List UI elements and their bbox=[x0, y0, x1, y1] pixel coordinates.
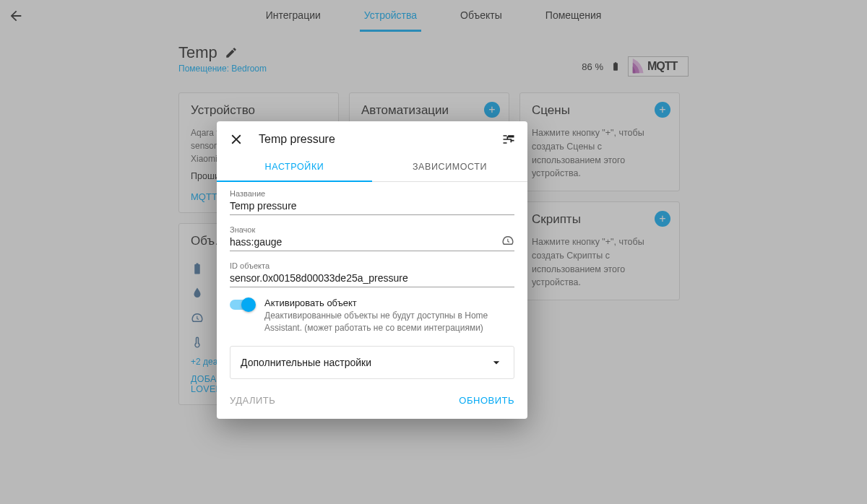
field-entity-id[interactable]: ID объекта sensor.0x00158d00033de25a_pre… bbox=[230, 261, 514, 287]
enable-toggle-row: Активировать объект Деактивированные объ… bbox=[230, 297, 514, 334]
chevron-down-icon bbox=[489, 355, 504, 370]
field-name-label: Название bbox=[230, 189, 514, 198]
tune-button[interactable] bbox=[501, 132, 516, 147]
field-entity-id-label: ID объекта bbox=[230, 261, 514, 270]
entity-settings-dialog: Temp pressure Настройки Зависимости Назв… bbox=[217, 121, 527, 419]
gauge-icon bbox=[501, 234, 514, 247]
delete-button[interactable]: УДАЛИТЬ bbox=[230, 395, 275, 406]
advanced-settings-toggle[interactable]: Дополнительные настройки bbox=[230, 346, 514, 379]
dialog-tabs: Настройки Зависимости bbox=[217, 153, 527, 182]
advanced-settings-label: Дополнительные настройки bbox=[241, 357, 371, 368]
dialog-tab-settings[interactable]: Настройки bbox=[217, 153, 372, 182]
close-button[interactable] bbox=[228, 131, 244, 147]
tune-icon bbox=[501, 132, 516, 147]
field-entity-id-value[interactable]: sensor.0x00158d00033de25a_pressure bbox=[230, 271, 514, 287]
dialog-tab-related[interactable]: Зависимости bbox=[372, 153, 527, 182]
dialog-title: Temp pressure bbox=[259, 133, 487, 146]
field-icon[interactable]: Значок hass:gauge bbox=[230, 225, 514, 251]
enable-toggle-sub: Деактивированные объекты не будут доступ… bbox=[264, 310, 514, 334]
update-button[interactable]: ОБНОВИТЬ bbox=[459, 395, 514, 406]
enable-toggle-title: Активировать объект bbox=[264, 297, 514, 308]
field-name-value[interactable]: Temp pressure bbox=[230, 199, 514, 215]
field-name[interactable]: Название Temp pressure bbox=[230, 189, 514, 215]
enable-toggle[interactable] bbox=[230, 300, 254, 310]
close-icon bbox=[228, 131, 244, 147]
field-icon-label: Значок bbox=[230, 225, 514, 234]
field-icon-value[interactable]: hass:gauge bbox=[230, 235, 514, 251]
